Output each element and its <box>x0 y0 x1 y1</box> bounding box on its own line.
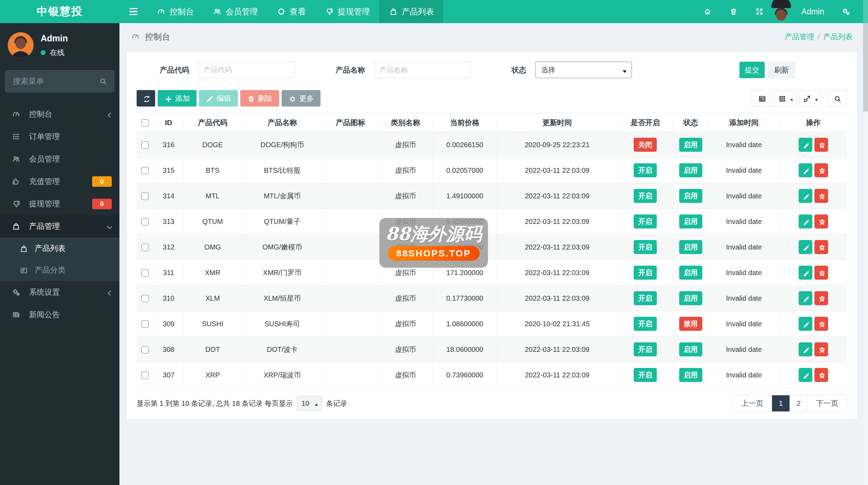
row-delete-button[interactable] <box>814 266 828 280</box>
pagination-info-text: 显示第 1 到第 10 条记录, 总共 18 条记录 每页显示 <box>137 399 293 408</box>
sidebar-item-recharge[interactable]: 充值管理 0 <box>0 170 119 193</box>
row-checkbox[interactable] <box>141 167 149 175</box>
row-delete-button[interactable] <box>814 291 828 305</box>
settings-button[interactable] <box>833 0 859 23</box>
add-button[interactable]: 添加 <box>158 90 197 107</box>
edit-button[interactable]: 编辑 <box>199 90 238 107</box>
reload-button[interactable] <box>137 90 155 107</box>
row-delete-button[interactable] <box>814 368 828 382</box>
product-code-input[interactable] <box>198 62 295 78</box>
trash-icon <box>818 142 825 148</box>
cell-category: 虚拟币 <box>378 260 433 286</box>
sidebar-item-product-list[interactable]: 产品列表 <box>0 238 119 259</box>
column-header: 产品名称 <box>242 113 323 132</box>
row-checkbox[interactable] <box>141 346 149 354</box>
row-edit-button[interactable] <box>799 240 812 254</box>
row-edit-button[interactable] <box>799 317 812 331</box>
scrollbar-thumb[interactable] <box>863 23 868 111</box>
refresh-button[interactable]: 刷新 <box>768 62 795 78</box>
row-delete-button[interactable] <box>814 342 828 356</box>
sidebar-item-products[interactable]: 产品管理 <box>0 215 119 238</box>
sidebar-item-news[interactable]: 新闻公告 <box>0 303 119 326</box>
status-badge: 启用 <box>679 266 702 280</box>
row-delete-button[interactable] <box>814 317 828 331</box>
cell-product-code: QTUM <box>184 209 242 234</box>
breadcrumb-link[interactable]: 产品管理 <box>785 32 814 42</box>
cell-updated-time: 2022-03-11 22:03:09 <box>497 362 618 388</box>
table-toolbar: 添加 编辑 删除 更多 <box>137 90 847 107</box>
sidebar-item-withdraw[interactable]: 提现管理 0 <box>0 193 119 215</box>
row-checkbox[interactable] <box>141 295 149 302</box>
row-edit-button[interactable] <box>799 163 812 177</box>
hamburger-icon <box>129 8 138 15</box>
cell-added-time: Invalid date <box>708 209 779 234</box>
fullscreen-button[interactable] <box>746 0 772 23</box>
select-all-checkbox[interactable] <box>141 119 149 127</box>
row-checkbox[interactable] <box>141 269 149 277</box>
next-page-button[interactable]: 下一页 <box>808 395 847 411</box>
row-edit-button[interactable] <box>799 291 812 305</box>
export-button[interactable] <box>799 90 821 107</box>
row-checkbox[interactable] <box>141 192 149 200</box>
filter-row: 产品代码 产品名称 状态 选择 提交 刷新 <box>137 62 847 78</box>
page-size-select[interactable]: 10 <box>297 396 322 411</box>
row-edit-button[interactable] <box>799 138 812 152</box>
menu-search-input[interactable] <box>12 76 95 86</box>
row-edit-button[interactable] <box>799 342 812 356</box>
search-icon[interactable] <box>99 77 107 86</box>
row-delete-button[interactable] <box>814 189 828 203</box>
gears-icon <box>842 7 850 16</box>
product-name-input[interactable] <box>374 62 471 78</box>
row-delete-button[interactable] <box>814 138 828 152</box>
pagination: 上一页 1 2 下一页 <box>732 395 847 412</box>
cell-product-name: QTUM/量子 <box>242 209 323 234</box>
table-search-button[interactable] <box>827 90 847 107</box>
sidebar-item-members[interactable]: 会员管理 <box>0 148 119 170</box>
toggle-pagination-button[interactable] <box>752 90 772 107</box>
table-row: 316 DOGE DOGE/狗狗币 虚拟币 0.00266150 2020-09… <box>137 132 847 158</box>
row-delete-button[interactable] <box>814 163 828 177</box>
prev-page-button[interactable]: 上一页 <box>733 395 772 411</box>
submit-button[interactable]: 提交 <box>739 62 765 78</box>
category-icon <box>20 266 28 274</box>
nav-item-product-list[interactable]: 产品列表 <box>379 0 443 23</box>
nav-item-members[interactable]: 会员管理 <box>203 0 267 23</box>
navbar-right: Admin <box>695 0 868 23</box>
row-checkbox[interactable] <box>141 320 149 328</box>
row-edit-button[interactable] <box>799 214 812 228</box>
cell-id: 315 <box>154 158 184 183</box>
cell-category: 虚拟币 <box>378 132 433 158</box>
clear-cache-button[interactable] <box>721 0 746 23</box>
row-edit-button[interactable] <box>799 266 812 280</box>
row-checkbox[interactable] <box>141 371 149 379</box>
row-edit-button[interactable] <box>799 368 812 382</box>
row-checkbox[interactable] <box>141 244 149 251</box>
delete-button[interactable]: 删除 <box>240 90 279 107</box>
row-edit-button[interactable] <box>799 189 812 203</box>
row-checkbox[interactable] <box>141 141 149 149</box>
home-button[interactable] <box>695 0 721 23</box>
table-row: 314 MTL MTL/金属币 虚拟币 1.49100000 2022-03-1… <box>137 183 847 209</box>
row-delete-button[interactable] <box>814 240 828 254</box>
status-select[interactable]: 选择 <box>535 62 632 78</box>
nav-item-withdraw[interactable]: 提现管理 <box>315 0 379 23</box>
row-delete-button[interactable] <box>814 214 828 228</box>
sidebar-item-orders[interactable]: 订单管理 <box>0 125 119 148</box>
sidebar-item-settings[interactable]: 系统设置 <box>0 281 119 303</box>
nav-item-dashboard[interactable]: 控制台 <box>147 0 203 23</box>
breadcrumb-link[interactable]: 产品列表 <box>823 32 853 42</box>
columns-button[interactable] <box>774 90 797 107</box>
more-button[interactable]: 更多 <box>282 90 321 107</box>
cell-product-code: DOGE <box>184 132 242 158</box>
page-button-2[interactable]: 2 <box>790 395 808 411</box>
bag-icon <box>20 245 28 253</box>
sidebar-item-product-category[interactable]: 产品分类 <box>0 259 119 281</box>
row-checkbox[interactable] <box>141 218 149 226</box>
user-menu[interactable]: Admin <box>772 0 833 23</box>
sidebar-item-dashboard[interactable]: 控制台 <box>0 103 119 125</box>
nav-item-view[interactable]: 查看 <box>267 0 315 23</box>
page-button-1[interactable]: 1 <box>772 395 790 411</box>
sidebar-toggle-button[interactable] <box>119 0 147 23</box>
column-header: ID <box>154 113 184 132</box>
page-size-value: 10 <box>302 399 309 408</box>
